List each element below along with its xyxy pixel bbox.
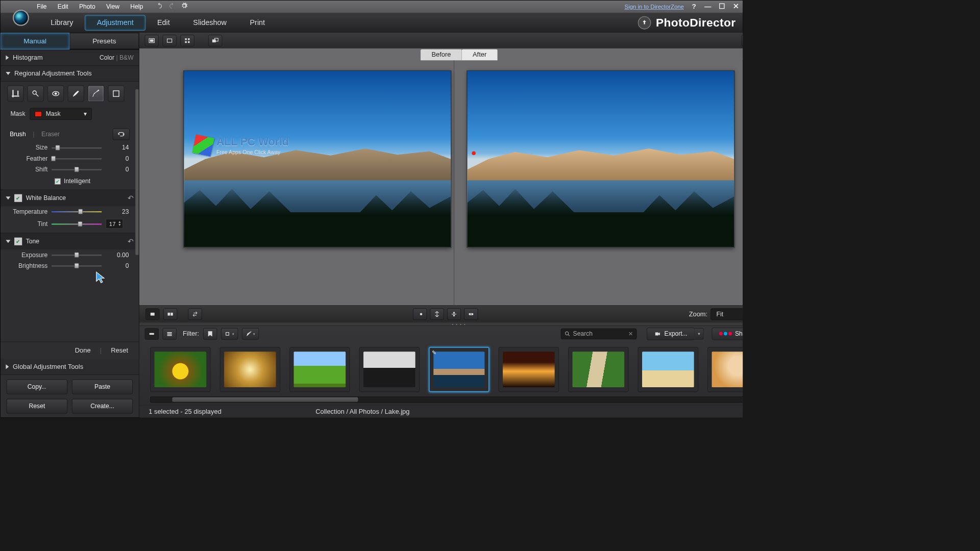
- wb-checkbox[interactable]: ✔: [14, 194, 22, 202]
- view-fit-icon[interactable]: [162, 35, 176, 46]
- reset-link[interactable]: Reset: [111, 346, 128, 354]
- menu-view[interactable]: View: [101, 2, 125, 12]
- signin-link[interactable]: Sign in to DirectorZone: [625, 3, 684, 10]
- create-button[interactable]: Create...: [72, 399, 133, 414]
- mirror-h-icon[interactable]: [413, 308, 427, 320]
- thumbnail[interactable]: [289, 347, 350, 392]
- regional-title: Regional Adjustment Tools: [14, 69, 134, 77]
- help-icon[interactable]: ?: [690, 3, 698, 10]
- reset-button[interactable]: Reset: [7, 399, 67, 414]
- filter-edit-icon[interactable]: ▾: [242, 328, 259, 340]
- gradient-tool-icon[interactable]: [108, 86, 125, 102]
- selection-brush-icon[interactable]: [88, 86, 104, 102]
- temperature-slider[interactable]: [52, 209, 102, 215]
- tab-presets[interactable]: Presets: [69, 33, 139, 49]
- size-slider[interactable]: [52, 145, 102, 151]
- white-balance-header[interactable]: ✔ White Balance ↶: [1, 190, 139, 207]
- svg-point-2: [55, 92, 57, 94]
- split-v-icon[interactable]: [464, 308, 478, 320]
- strip-large-icon[interactable]: [145, 328, 159, 340]
- thumbnail[interactable]: [429, 347, 489, 392]
- sidebar-scrollbar[interactable]: [135, 89, 139, 255]
- chevron-down-icon: [6, 240, 10, 243]
- mode-print[interactable]: Print: [238, 15, 277, 30]
- thumbnail[interactable]: [359, 347, 420, 392]
- undo-icon[interactable]: [156, 3, 163, 11]
- before-tab[interactable]: Before: [421, 49, 462, 60]
- split-h-icon[interactable]: [447, 308, 461, 320]
- brush-mode[interactable]: Brush: [10, 131, 26, 138]
- svg-rect-7: [185, 38, 186, 40]
- filter-label-icon[interactable]: ▾: [221, 328, 238, 340]
- spot-tool-icon[interactable]: [28, 86, 44, 102]
- histogram-bw[interactable]: B&W: [119, 54, 134, 61]
- view-single-icon[interactable]: [145, 35, 159, 46]
- viewer-toolbar: [139, 33, 743, 48]
- crop-tool-icon[interactable]: [7, 86, 23, 102]
- menu-help[interactable]: Help: [125, 2, 149, 12]
- close-icon[interactable]: ✕: [732, 3, 740, 10]
- exposure-slider[interactable]: [52, 252, 102, 258]
- clear-search-icon[interactable]: ✕: [628, 330, 633, 337]
- zoom-tool-icon[interactable]: [742, 35, 743, 46]
- undo-icon[interactable]: ↶: [128, 194, 133, 203]
- after-tab[interactable]: After: [461, 49, 498, 60]
- layout-split-icon[interactable]: [163, 308, 177, 320]
- zoom-dropdown[interactable]: Fit: [710, 308, 743, 320]
- mask-dropdown[interactable]: Mask ▾: [30, 108, 92, 120]
- share-button[interactable]: Share...▼: [712, 328, 743, 340]
- layout-single-icon[interactable]: [145, 308, 159, 320]
- thumbnail[interactable]: [568, 347, 628, 392]
- app-logo-icon: [13, 10, 29, 26]
- tone-header[interactable]: ✔ Tone ↶: [1, 233, 139, 249]
- menu-edit[interactable]: Edit: [52, 2, 74, 12]
- mode-adjustment[interactable]: Adjustment: [85, 15, 145, 30]
- undo-icon[interactable]: ↶: [128, 237, 133, 246]
- menu-file[interactable]: File: [31, 2, 52, 12]
- paste-button[interactable]: Paste: [72, 380, 133, 394]
- redeye-tool-icon[interactable]: [47, 86, 64, 102]
- copy-button[interactable]: Copy...: [7, 380, 67, 394]
- gear-icon[interactable]: [181, 3, 188, 11]
- eraser-mode[interactable]: Eraser: [41, 131, 60, 138]
- thumbnail[interactable]: [220, 347, 280, 392]
- view-grid-icon[interactable]: [180, 35, 194, 46]
- mode-edit[interactable]: Edit: [145, 15, 181, 30]
- histogram-color[interactable]: Color: [100, 54, 114, 61]
- filter-flag-icon[interactable]: [203, 328, 217, 340]
- tone-title: Tone: [26, 238, 39, 245]
- strip-list-icon[interactable]: [162, 328, 176, 340]
- swap-icon[interactable]: [188, 308, 202, 320]
- done-button[interactable]: Done: [75, 346, 91, 354]
- brightness-slider[interactable]: [52, 263, 102, 269]
- thumbnail[interactable]: [707, 347, 743, 392]
- regional-header[interactable]: Regional Adjustment Tools: [1, 66, 139, 82]
- tint-slider[interactable]: [52, 221, 102, 227]
- tab-manual[interactable]: Manual: [1, 33, 70, 49]
- histogram-header[interactable]: Histogram Color | B&W: [1, 50, 139, 66]
- maximize-icon[interactable]: ☐: [718, 3, 726, 10]
- tone-checkbox[interactable]: ✔: [14, 238, 22, 245]
- menu-photo[interactable]: Photo: [74, 2, 101, 12]
- filmstrip-scrollbar[interactable]: [150, 396, 743, 403]
- thumbnail[interactable]: [150, 347, 210, 392]
- feather-slider[interactable]: [52, 156, 102, 162]
- mirror-v-icon[interactable]: [430, 308, 444, 320]
- mode-slideshow[interactable]: Slideshow: [182, 15, 238, 30]
- redo-icon[interactable]: [168, 3, 176, 11]
- mode-library[interactable]: Library: [39, 15, 85, 30]
- view-secondary-icon[interactable]: [208, 35, 222, 46]
- shift-slider[interactable]: [52, 166, 102, 172]
- thumbnail[interactable]: [638, 347, 698, 392]
- intelligent-checkbox[interactable]: ✔: [55, 179, 61, 185]
- global-header[interactable]: Global Adjustment Tools: [1, 359, 139, 375]
- thumbnail[interactable]: [499, 347, 559, 392]
- tint-value-input[interactable]: 17▲▼: [106, 219, 123, 229]
- minimize-icon[interactable]: —: [704, 3, 712, 10]
- brush-tool-icon[interactable]: [68, 86, 84, 102]
- auto-loop-icon[interactable]: [113, 129, 130, 140]
- export-button[interactable]: Export...▼: [647, 328, 695, 340]
- svg-point-0: [33, 91, 36, 94]
- upload-icon[interactable]: [638, 16, 651, 29]
- search-input[interactable]: Search ✕: [561, 328, 637, 339]
